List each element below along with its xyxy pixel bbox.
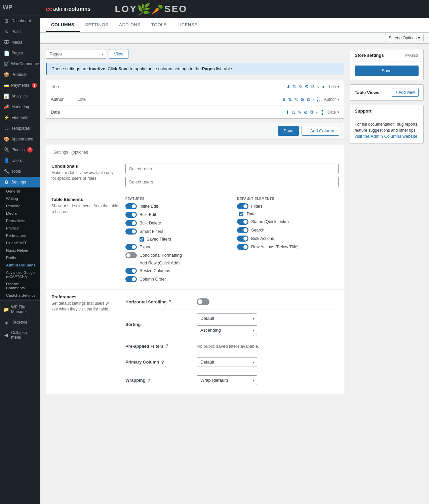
screen-options-button[interactable]: Screen Options ▾ [385, 34, 424, 42]
chevron-down-icon-title[interactable]: ▾ [337, 84, 339, 89]
submenu-permalinks[interactable]: Permalinks [0, 217, 40, 224]
search-toggle[interactable] [237, 227, 248, 233]
date-checkbox[interactable] [239, 212, 243, 216]
sidebar-item-products[interactable]: 📦 Products [0, 69, 40, 80]
sidebar-item-media[interactable]: 🖼 Media [0, 37, 40, 48]
smart-filters-toggle[interactable] [125, 228, 137, 235]
saved-filters-checkbox[interactable] [140, 237, 144, 242]
filters-help-icon[interactable]: ? [165, 343, 168, 349]
submenu-privacy[interactable]: Privacy [0, 224, 40, 232]
topbar-logo: cc admincolumns [46, 6, 90, 13]
sidebar-item-collapse[interactable]: ◀ Collapse menu [0, 328, 40, 342]
submenu-redis[interactable]: Redis [0, 254, 40, 261]
submenu-media[interactable]: Media [0, 210, 40, 217]
sidebar-item-elementor[interactable]: ⚡ Elementor [0, 112, 40, 123]
select-roles-input[interactable] [125, 164, 339, 174]
submenu-admin-columns[interactable]: Admin Columns [0, 261, 40, 269]
primary-column-select[interactable]: Default Title Author Date [197, 357, 257, 367]
submenu-disable-comments[interactable]: Disable Comments [0, 280, 40, 292]
inline-edit-toggle[interactable] [125, 203, 137, 209]
tab-tools[interactable]: TOOLS [146, 18, 172, 32]
duplicate-icon[interactable]: ⧉ [311, 84, 314, 89]
sidebar-item-marketing[interactable]: 📣 Marketing [0, 101, 40, 112]
sidebar-item-analytics[interactable]: 📊 Analytics [0, 91, 40, 101]
horizontal-scrolling-help-icon[interactable]: ? [169, 299, 172, 304]
horizontal-scrolling-control [197, 298, 339, 305]
submenu-general[interactable]: General [0, 187, 40, 195]
primary-column-help-icon[interactable]: ? [161, 360, 164, 365]
export-toggle[interactable] [125, 244, 137, 250]
submenu-captcha[interactable]: Captcha Settings [0, 292, 40, 299]
submenu-fluentsmtp[interactable]: FluentSMTP [0, 239, 40, 247]
store-settings-save-button[interactable]: Save [355, 66, 419, 76]
filter-icon[interactable]: ⬦ [316, 84, 319, 89]
wrapping-help-icon[interactable]: ? [148, 378, 151, 383]
sorting-select2[interactable]: Ascending Descending [197, 325, 257, 335]
submenu-perfmatters[interactable]: Perfmatters [0, 232, 40, 239]
drag-icon-date[interactable]: ⣿ [320, 110, 323, 115]
horizontal-scrolling-toggle[interactable] [197, 298, 209, 305]
submenu-writing[interactable]: Writing [0, 195, 40, 202]
sidebar-item-settings[interactable]: ⚙ Settings [0, 177, 40, 187]
support-link[interactable]: visit the Admin Columns website [355, 134, 417, 139]
download-icon-date[interactable]: ⬇ [285, 110, 289, 115]
add-view-button[interactable]: + Add view [392, 88, 419, 97]
settings-gear-icon[interactable]: ⚙ [305, 84, 309, 89]
column-icons-date: ⬇ ⇅ ✎ ⚙ ⧉ ⬦ ⣿ [285, 109, 323, 115]
sidebar-item-woocommerce[interactable]: 🛒 WooCommerce [0, 58, 40, 69]
view-button[interactable]: View [109, 49, 128, 59]
sidebar-item-plugins[interactable]: 🔌 Plugins 7 [0, 144, 40, 155]
appearance-icon: 🎨 [3, 136, 9, 142]
submenu-reading[interactable]: Reading [0, 202, 40, 210]
bulk-delete-toggle[interactable] [125, 220, 137, 226]
submenu-recaptcha[interactable]: Advanced Google reCAPTCHA [0, 269, 40, 280]
filter-icon-date[interactable]: ⬦ [315, 110, 318, 115]
download-icon-author[interactable]: ⬇ [282, 97, 286, 102]
filters-toggle[interactable] [237, 203, 248, 209]
sidebar-item-dashboard[interactable]: ⊞ Dashboard [0, 15, 40, 26]
submenu-nginx[interactable]: Nginx Helper [0, 247, 40, 254]
edit-icon-date[interactable]: ✎ [298, 110, 302, 115]
duplicate-icon-date[interactable]: ⧉ [310, 109, 313, 115]
bulk-actions-toggle[interactable] [237, 236, 248, 242]
chevron-down-icon-author[interactable]: ▾ [337, 97, 339, 102]
wrapping-select[interactable]: Wrap (default) No Wrap [197, 375, 257, 385]
bulk-edit-toggle[interactable] [125, 212, 137, 218]
edit-icon[interactable]: ✎ [299, 84, 303, 89]
drag-icon-author[interactable]: ⣿ [317, 97, 320, 102]
tab-license[interactable]: LICENSE [172, 18, 203, 32]
tab-columns[interactable]: COLUMNS [46, 18, 80, 32]
status-toggle[interactable] [237, 219, 248, 225]
sidebar-item-posts[interactable]: ✎ Posts [0, 26, 40, 37]
chevron-down-icon-date[interactable]: ▾ [337, 110, 339, 115]
duplicate-icon-author[interactable]: ⧉ [307, 96, 310, 102]
save-button-main[interactable]: Save [278, 126, 299, 136]
sidebar-item-kadence[interactable]: ◈ Kadence [0, 317, 40, 328]
row-actions-toggle[interactable] [237, 244, 248, 250]
pages-dropdown[interactable]: Pages Posts Media Users [46, 49, 106, 59]
filter-icon-author[interactable]: ⬦ [312, 97, 315, 102]
settings-gear-icon-author[interactable]: ⚙ [300, 97, 305, 102]
download-icon[interactable]: ⬇ [286, 84, 290, 89]
sidebar-item-appearance[interactable]: 🎨 Appearance [0, 134, 40, 144]
sorting-select1[interactable]: Default Title Date Author [197, 313, 257, 323]
sidebar-item-templates[interactable]: 🗂 Templates [0, 123, 40, 134]
sidebar-item-pages[interactable]: 📄 Pages [0, 48, 40, 58]
sidebar-item-users[interactable]: 👤 Users [0, 155, 40, 166]
tab-addons[interactable]: ADD-ONS [114, 18, 146, 32]
conditional-formatting-toggle[interactable] [125, 252, 137, 258]
sidebar-item-payments[interactable]: 💳 Payments 1 [0, 80, 40, 91]
sidebar-item-tools[interactable]: 🔧 Tools [0, 166, 40, 177]
add-column-button[interactable]: + Add Column [302, 126, 339, 136]
sort-icon[interactable]: ⇅ [292, 84, 297, 89]
tab-settings[interactable]: SETTINGS [80, 18, 114, 32]
resize-columns-toggle[interactable] [125, 268, 137, 274]
sort-icon-author[interactable]: ⇅ [288, 97, 292, 102]
settings-gear-icon-date[interactable]: ⚙ [304, 110, 308, 115]
select-users-input[interactable] [125, 177, 339, 187]
sidebar-item-wp-file-manager[interactable]: 📁 WP File Manager [0, 302, 40, 317]
drag-icon[interactable]: ⣿ [321, 84, 324, 89]
column-order-toggle[interactable] [125, 276, 137, 282]
edit-icon-author[interactable]: ✎ [294, 97, 298, 102]
sort-icon-date[interactable]: ⇅ [291, 110, 296, 115]
